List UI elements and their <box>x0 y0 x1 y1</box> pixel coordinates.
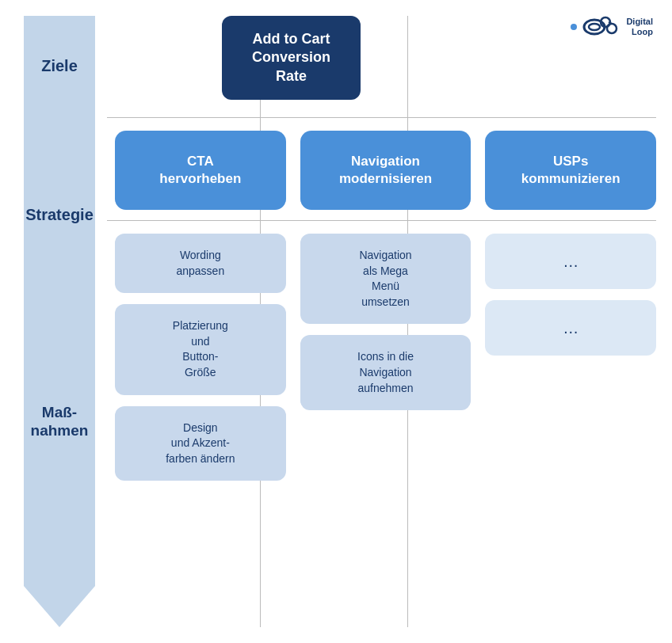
measure-text-1-2: Design und Akzent- farben ändern <box>166 420 235 467</box>
measure-box-2-0: Navigation als Mega Menü umsetzen <box>300 234 472 324</box>
divider-1 <box>107 117 656 118</box>
label-massnahmen: Maß- nahmen <box>16 404 103 440</box>
measure-text-2-1: Icons in die Navigation aufnehmen <box>357 349 414 396</box>
measures-col-3: … … <box>485 234 656 481</box>
measure-box-1-1: Platzierung und Button- Größe <box>115 304 286 394</box>
label-ziele: Ziele <box>16 57 103 75</box>
measures-col-1: Wording anpassen Platzierung und Button-… <box>115 234 286 481</box>
strategy-row: CTA hervorheben Navigation modernisieren… <box>115 131 656 210</box>
measures-col-2: Navigation als Mega Menü umsetzen Icons … <box>300 234 472 481</box>
strategy-label-1: Navigation modernisieren <box>339 153 432 188</box>
strategy-box-0: CTA hervorheben <box>115 131 286 210</box>
goal-box: Add to Cart Conversion Rate <box>222 16 361 100</box>
measure-box-3-1: … <box>485 300 656 356</box>
goal-title: Add to Cart Conversion Rate <box>252 31 330 84</box>
sidebar-arrow-svg <box>16 16 103 627</box>
measure-box-1-2: Design und Akzent- farben ändern <box>115 406 286 481</box>
strategy-box-2: USPs kommunizieren <box>485 131 656 210</box>
page-container: Digital Loop Ziele Strategie Maß- nahmen… <box>0 0 672 643</box>
strategy-label-0: CTA hervorheben <box>159 153 241 188</box>
sidebar: Ziele Strategie Maß- nahmen <box>16 16 103 627</box>
divider-2 <box>107 220 656 221</box>
measure-box-2-1: Icons in die Navigation aufnehmen <box>300 335 472 410</box>
main-content: Add to Cart Conversion Rate CTA hervorhe… <box>115 16 656 627</box>
measure-text-3-0: … <box>563 250 578 272</box>
measure-text-1-1: Platzierung und Button- Größe <box>173 318 228 380</box>
measure-text-1-0: Wording anpassen <box>176 248 224 279</box>
strategy-box-1: Navigation modernisieren <box>300 131 472 210</box>
strategy-label-2: USPs kommunizieren <box>521 153 620 188</box>
measure-text-2-0: Navigation als Mega Menü umsetzen <box>359 248 411 310</box>
measure-box-1-0: Wording anpassen <box>115 234 286 293</box>
measure-box-3-0: … <box>485 234 656 289</box>
measures-area: Wording anpassen Platzierung und Button-… <box>115 234 656 481</box>
svg-marker-5 <box>24 16 95 627</box>
measure-text-3-1: … <box>563 317 578 339</box>
label-strategie: Strategie <box>16 206 103 224</box>
